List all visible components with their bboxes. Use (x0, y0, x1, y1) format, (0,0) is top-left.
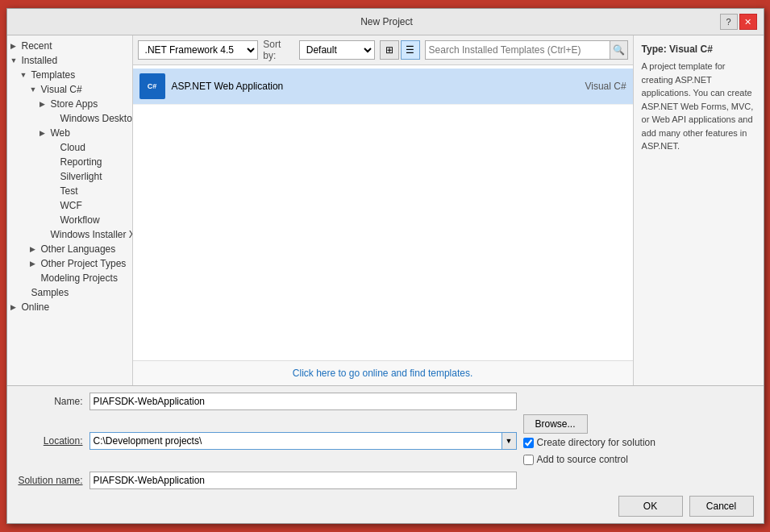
tree-label-silverlight: Silverlight (60, 171, 102, 182)
tree-item-test[interactable]: Test (7, 184, 132, 198)
add-source-label: Add to source control (537, 454, 628, 465)
tree-arrow-web: ▶ (40, 129, 51, 137)
tree-item-other-languages[interactable]: ▶Other Languages (7, 242, 132, 256)
cancel-button[interactable]: Cancel (689, 496, 754, 517)
location-dropdown-button[interactable]: ▼ (502, 432, 517, 450)
center-panel: .NET Framework 4.5 Sort by: Default ⊞ ☰ … (133, 35, 634, 385)
bottom-buttons: OK Cancel (17, 496, 754, 517)
online-link-area: Click here to go online and find templat… (133, 360, 633, 385)
tree-item-silverlight[interactable]: Silverlight (7, 169, 132, 184)
solution-row: Solution name: (17, 472, 754, 489)
info-type-value: Visual C# (669, 44, 713, 55)
toolbar: .NET Framework 4.5 Sort by: Default ⊞ ☰ … (133, 35, 633, 65)
search-input[interactable] (425, 40, 610, 60)
tree-label-cloud: Cloud (60, 142, 85, 153)
help-button[interactable]: ? (720, 14, 738, 30)
view-buttons: ⊞ ☰ (380, 40, 420, 60)
tree-arrow-online: ▶ (10, 303, 22, 311)
grid-view-button[interactable]: ⊞ (380, 40, 399, 60)
solution-label: Solution name: (17, 475, 89, 486)
ok-button[interactable]: OK (618, 496, 683, 517)
project-icon-aspnet-web-app: C# (139, 73, 165, 99)
tree-item-templates[interactable]: ▼Templates (7, 68, 132, 82)
tree-label-wcf: WCF (60, 200, 82, 211)
tree-arrow-other-languages: ▶ (30, 245, 41, 253)
tree-label-workflow: Workflow (60, 214, 100, 226)
tree-label-visual-csharp: Visual C# (41, 84, 82, 95)
sort-select[interactable]: Default (299, 40, 375, 60)
tree-arrow-visual-csharp: ▼ (30, 85, 41, 94)
tree-item-samples[interactable]: Samples (7, 285, 132, 300)
project-item-aspnet-web-app[interactable]: C#ASP.NET Web ApplicationVisual C# (133, 69, 633, 105)
add-source-checkbox[interactable] (523, 455, 534, 465)
tree-item-windows-installer-xml[interactable]: Windows Installer XML (7, 227, 132, 242)
tree-arrow-templates: ▼ (20, 71, 31, 79)
browse-button[interactable]: Browse... (523, 414, 588, 434)
location-row: Location: ▼ Browse... Create directory f… (17, 414, 754, 468)
tree-label-other-languages: Other Languages (41, 243, 116, 255)
tree-item-visual-csharp[interactable]: ▼Visual C# (7, 82, 132, 97)
create-dir-checkbox[interactable] (523, 438, 534, 448)
info-panel: Type: Visual C# A project template for c… (634, 35, 764, 385)
create-dir-label: Create directory for solution (537, 437, 656, 448)
tree-label-templates: Templates (31, 69, 76, 81)
project-name-aspnet-web-app: ASP.NET Web Application (172, 81, 562, 92)
online-link[interactable]: Click here to go online and find templat… (293, 368, 472, 379)
create-dir-row: Create directory for solution (523, 437, 656, 448)
title-bar-controls: ? ✕ (720, 14, 757, 30)
sort-label: Sort by: (263, 39, 294, 61)
bottom-area: Name: Location: ▼ Browse... Create direc… (7, 385, 764, 523)
tree-label-web: Web (51, 127, 70, 139)
project-language-aspnet-web-app: Visual C# (562, 81, 626, 92)
tree-label-recent: Recent (22, 40, 52, 52)
tree-item-cloud[interactable]: Cloud (7, 140, 132, 155)
tree-arrow-installed: ▼ (10, 56, 22, 64)
left-panel: ▶Recent▼Installed▼Templates▼Visual C#▶St… (7, 35, 133, 385)
search-icon-button[interactable]: 🔍 (610, 40, 628, 60)
framework-select[interactable]: .NET Framework 4.5 (138, 40, 259, 60)
tree-item-web[interactable]: ▶Web (7, 126, 132, 140)
tree-label-windows-installer-xml: Windows Installer XML (51, 229, 133, 240)
tree-item-recent[interactable]: ▶Recent (7, 39, 132, 53)
location-label: Location: (17, 435, 89, 447)
tree-label-test: Test (60, 185, 78, 197)
tree-label-other-project-types: Other Project Types (41, 258, 127, 269)
title-bar: New Project ? ✕ (7, 9, 764, 35)
name-label: Name: (17, 396, 89, 407)
tree-item-windows-desktop[interactable]: Windows Desktop (7, 111, 132, 126)
new-project-dialog: New Project ? ✕ ▶Recent▼Installed▼Templa… (6, 8, 764, 524)
name-row: Name: (17, 393, 754, 410)
tree-item-reporting[interactable]: Reporting (7, 155, 132, 169)
info-description: A project template for creating ASP.NET … (642, 60, 755, 153)
add-source-row: Add to source control (523, 454, 656, 465)
location-input-wrap: ▼ (89, 432, 517, 450)
project-list: C#ASP.NET Web ApplicationVisual C# (133, 65, 633, 360)
tree-arrow-other-project-types: ▶ (30, 260, 41, 268)
info-type: Type: Visual C# (642, 44, 755, 55)
close-button[interactable]: ✕ (739, 14, 757, 30)
tree-arrow-store-apps: ▶ (40, 100, 51, 108)
tree-item-store-apps[interactable]: ▶Store Apps (7, 97, 132, 111)
tree-label-store-apps: Store Apps (51, 98, 98, 110)
tree-label-installed: Installed (22, 55, 58, 66)
tree-item-wcf[interactable]: WCF (7, 198, 132, 213)
tree-item-modeling-projects[interactable]: Modeling Projects (7, 271, 132, 285)
tree-item-installed[interactable]: ▼Installed (7, 53, 132, 68)
location-input[interactable] (89, 432, 502, 450)
dialog-title: New Project (54, 16, 720, 27)
list-view-button[interactable]: ☰ (401, 40, 420, 60)
tree-label-reporting: Reporting (60, 156, 102, 168)
tree-label-online: Online (22, 301, 50, 313)
tree-item-online[interactable]: ▶Online (7, 300, 132, 314)
solution-input[interactable] (89, 472, 517, 489)
right-controls: Browse... Create directory for solution … (523, 414, 656, 468)
tree-item-other-project-types[interactable]: ▶Other Project Types (7, 256, 132, 271)
search-wrap: 🔍 (425, 40, 628, 60)
tree-label-samples: Samples (31, 287, 69, 298)
info-type-label: Type: (642, 44, 667, 55)
tree-label-windows-desktop: Windows Desktop (60, 113, 133, 124)
content-area: ▶Recent▼Installed▼Templates▼Visual C#▶St… (7, 35, 764, 385)
tree-item-workflow[interactable]: Workflow (7, 213, 132, 227)
tree-arrow-recent: ▶ (10, 42, 22, 50)
name-input[interactable] (89, 393, 517, 410)
